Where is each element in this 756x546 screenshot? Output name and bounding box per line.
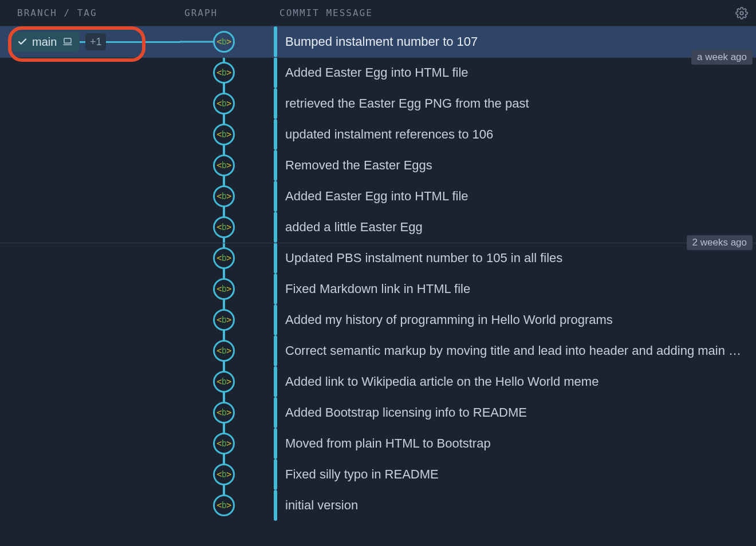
branch-name: main: [32, 35, 57, 49]
commit-node[interactable]: <b>: [213, 494, 235, 516]
avatar-bracket-open: <: [216, 407, 222, 418]
commit-row[interactable]: main +1 <b> Bumped instalment number to …: [0, 26, 756, 57]
branch-cell: [0, 243, 180, 274]
commit-node[interactable]: <b>: [213, 216, 235, 238]
commit-node[interactable]: <b>: [213, 464, 235, 485]
avatar-bracket-close: >: [226, 98, 231, 109]
branch-color-bar: [274, 243, 277, 274]
graph-cell: <b>: [180, 428, 274, 459]
commit-node[interactable]: <b>: [213, 93, 235, 114]
avatar-letter: b: [222, 129, 227, 140]
commit-node[interactable]: <b>: [213, 433, 235, 454]
pill-to-node-connector: [106, 41, 180, 43]
commit-row[interactable]: <b> Correct semantic markup by moving ti…: [0, 335, 756, 366]
branch-pill[interactable]: main: [13, 32, 80, 52]
commit-node[interactable]: <b>: [213, 247, 235, 269]
branch-color-bar: [274, 150, 277, 181]
commit-message-text: Correct semantic markup by moving title …: [285, 343, 747, 358]
commit-message-text: Added link to Wikipedia article on the H…: [285, 374, 598, 389]
commit-node[interactable]: <b>: [213, 340, 235, 362]
branch-color-bar: [274, 88, 277, 119]
commit-node[interactable]: <b>: [213, 278, 235, 300]
branch-cell: [0, 181, 180, 212]
avatar-bracket-close: >: [226, 129, 231, 140]
commit-node[interactable]: <b>: [213, 371, 235, 393]
branch-cell: [0, 57, 180, 88]
commit-row[interactable]: <b> Removed the Easter Eggs: [0, 150, 756, 181]
commit-node[interactable]: <b>: [213, 62, 235, 84]
branch-color-bar: [274, 274, 277, 304]
branch-color-bar: [274, 26, 277, 57]
branch-color-bar: [274, 459, 277, 490]
message-cell: Added link to Wikipedia article on the H…: [274, 366, 756, 397]
avatar-bracket-open: <: [216, 500, 222, 511]
avatar-letter: b: [222, 377, 227, 387]
branch-cell: [0, 459, 180, 490]
message-cell: Added my history of programming in Hello…: [274, 304, 756, 335]
extra-refs-badge[interactable]: +1: [85, 33, 106, 50]
commit-message-text: Fixed silly typo in README: [285, 467, 439, 482]
commit-row[interactable]: <b> Updated PBS instalment number to 105…: [0, 243, 756, 274]
svg-rect-1: [64, 38, 71, 43]
commit-message-text: Removed the Easter Eggs: [285, 158, 432, 173]
graph-cell: <b>: [180, 181, 274, 212]
commit-node[interactable]: <b>: [213, 31, 235, 53]
commit-row[interactable]: <b> Fixed silly typo in README: [0, 459, 756, 490]
graph-cell: <b>: [180, 243, 274, 274]
gear-icon[interactable]: [735, 7, 748, 19]
commit-node[interactable]: <b>: [213, 309, 235, 331]
commit-row[interactable]: <b> Added Easter Egg into HTML file: [0, 181, 756, 212]
branch-cell: [0, 304, 180, 335]
avatar-letter: b: [222, 253, 227, 263]
commit-node[interactable]: <b>: [213, 155, 235, 176]
branch-cell: [0, 88, 180, 119]
graph-cell: <b>: [180, 459, 274, 490]
graph-cell: <b>: [180, 490, 274, 521]
commit-row[interactable]: <b> updated instalment references to 106: [0, 119, 756, 150]
branch-color-bar: [274, 304, 277, 335]
commit-row[interactable]: <b> Added Bootstrap licensing info to RE…: [0, 397, 756, 428]
commit-node[interactable]: <b>: [213, 185, 235, 207]
commit-row[interactable]: <b> Fixed Markdown link in HTML file: [0, 274, 756, 304]
time-separator-line: [0, 243, 756, 243]
avatar-bracket-open: <: [216, 129, 222, 140]
avatar-letter: b: [222, 160, 227, 171]
graph-cell: <b>: [180, 150, 274, 181]
avatar-letter: b: [222, 469, 227, 480]
commit-row[interactable]: <b> Added link to Wikipedia article on t…: [0, 366, 756, 397]
commit-row[interactable]: <b> Added my history of programming in H…: [0, 304, 756, 335]
header-branch-tag: BRANCH / TAG: [0, 7, 180, 18]
commit-row[interactable]: <b> added a little Easter Egg: [0, 212, 756, 243]
pill-connector: [80, 41, 85, 43]
branch-cell: [0, 366, 180, 397]
avatar-letter: b: [222, 222, 227, 232]
branch-color-bar: [274, 335, 277, 366]
branch-color-bar: [274, 490, 277, 521]
commit-row[interactable]: <b> retrieved the Easter Egg PNG from th…: [0, 88, 756, 119]
branch-cell: [0, 397, 180, 428]
commit-row[interactable]: <b> Added Easter Egg into HTML file: [0, 57, 756, 88]
graph-cell: <b>: [180, 26, 274, 57]
avatar-bracket-close: >: [226, 500, 231, 511]
avatar-bracket-close: >: [226, 37, 231, 47]
column-headers: BRANCH / TAG GRAPH COMMIT MESSAGE: [0, 0, 756, 26]
branch-color-bar: [274, 397, 277, 428]
time-separator-line: [0, 57, 756, 58]
avatar-bracket-close: >: [226, 377, 231, 387]
commit-node[interactable]: <b>: [213, 124, 235, 145]
laptop-icon: [61, 37, 74, 47]
graph-cell: <b>: [180, 335, 274, 366]
commit-message-text: Moved from plain HTML to Bootstrap: [285, 436, 491, 451]
commit-row[interactable]: <b> initial version: [0, 490, 756, 521]
avatar-bracket-open: <: [216, 253, 222, 263]
avatar-bracket-close: >: [226, 191, 231, 201]
message-cell: Removed the Easter Eggs: [274, 150, 756, 181]
commit-list: main +1 <b> Bumped instalment number to …: [0, 26, 756, 521]
commit-node[interactable]: <b>: [213, 402, 235, 424]
commit-message-text: initial version: [285, 498, 358, 513]
commit-message-text: Added Bootstrap licensing info to README: [285, 405, 527, 420]
message-cell: Fixed Markdown link in HTML file: [274, 274, 756, 304]
commit-row[interactable]: <b> Moved from plain HTML to Bootstrap: [0, 428, 756, 459]
avatar-letter: b: [222, 346, 227, 356]
avatar-letter: b: [222, 438, 227, 449]
